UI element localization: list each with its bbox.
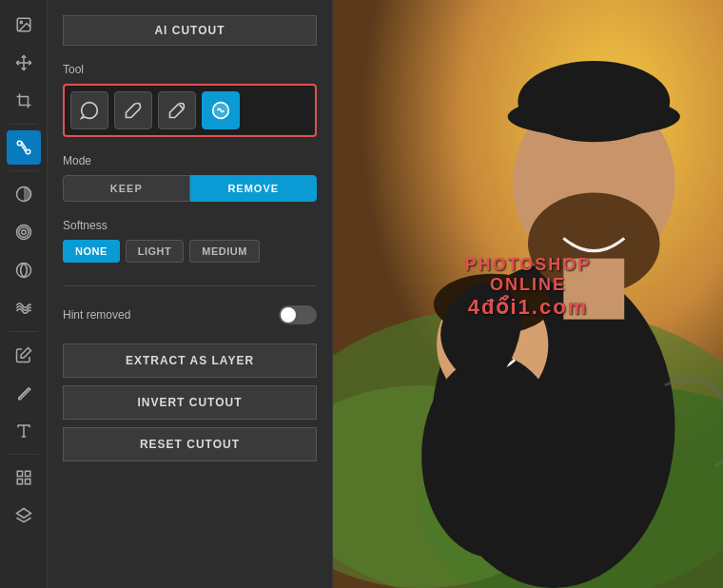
tool-row	[63, 84, 317, 137]
svg-line-22	[180, 105, 184, 108]
remove-brush-tool-button[interactable]	[158, 91, 196, 129]
svg-point-32	[518, 61, 670, 142]
panel-divider	[63, 285, 317, 286]
cutout-icon[interactable]	[7, 130, 41, 165]
svg-marker-21	[16, 509, 30, 519]
keep-mode-button[interactable]: KEEP	[63, 175, 190, 202]
extract-as-layer-button[interactable]: EXTRACT AS LAYER	[63, 343, 317, 378]
magic-tool-button[interactable]	[202, 91, 240, 129]
layers-icon[interactable]	[7, 499, 41, 533]
hint-row: Hint removed	[63, 305, 317, 324]
lasso-tool-button[interactable]	[70, 91, 108, 129]
move-icon[interactable]	[7, 46, 41, 80]
ai-cutout-button[interactable]: AI CUTOUT	[63, 15, 317, 46]
image-icon[interactable]	[7, 8, 41, 42]
svg-rect-17	[17, 471, 22, 476]
separator-3	[10, 331, 38, 332]
crop-icon[interactable]	[7, 84, 41, 118]
softness-section-label: Softness	[63, 219, 317, 232]
separator-1	[10, 124, 38, 125]
svg-marker-13	[21, 348, 31, 359]
svg-point-36	[421, 355, 563, 558]
invert-cutout-button[interactable]: INVERT CUTOUT	[63, 385, 317, 420]
mode-section-label: Mode	[63, 154, 317, 167]
mode-row: KEEP REMOVE	[63, 175, 317, 202]
add-brush-tool-button[interactable]	[114, 91, 152, 129]
circle-effect-icon[interactable]	[7, 253, 41, 287]
svg-point-9	[21, 230, 26, 235]
reset-cutout-button[interactable]: RESET CUTOUT	[63, 427, 317, 461]
wave-icon[interactable]	[7, 291, 41, 325]
separator-2	[10, 170, 38, 171]
softness-medium-button[interactable]: MEDIUM	[189, 240, 260, 263]
svg-point-5	[26, 149, 30, 154]
dropper-icon[interactable]	[7, 338, 41, 372]
svg-rect-19	[25, 480, 29, 484]
svg-point-12	[16, 264, 30, 278]
svg-rect-39	[333, 0, 381, 588]
hint-removed-label: Hint removed	[63, 308, 130, 322]
pencil-icon[interactable]	[7, 376, 41, 410]
hint-toggle[interactable]	[279, 305, 317, 324]
separator-4	[10, 454, 38, 455]
svg-rect-20	[17, 480, 22, 484]
filter-icon[interactable]	[7, 215, 41, 249]
canvas-area[interactable]: PHOTOSHOP ONLINE 4đổi1.com	[333, 0, 723, 588]
remove-mode-button[interactable]: REMOVE	[190, 175, 318, 202]
softness-none-button[interactable]: NONE	[63, 240, 120, 263]
softness-row: NONE LIGHT MEDIUM	[63, 240, 317, 263]
text-icon[interactable]	[7, 414, 41, 448]
left-toolbar	[0, 0, 48, 588]
cutout-panel: AI CUTOUT Tool Mo	[48, 0, 333, 588]
svg-point-1	[20, 21, 22, 23]
svg-rect-18	[25, 471, 29, 476]
svg-point-10	[18, 227, 29, 238]
softness-light-button[interactable]: LIGHT	[126, 240, 185, 263]
svg-rect-33	[563, 259, 624, 320]
photo-scene	[333, 0, 723, 588]
grid-icon[interactable]	[7, 461, 41, 495]
adjustments-icon[interactable]	[7, 177, 41, 211]
tool-section-label: Tool	[63, 63, 317, 76]
